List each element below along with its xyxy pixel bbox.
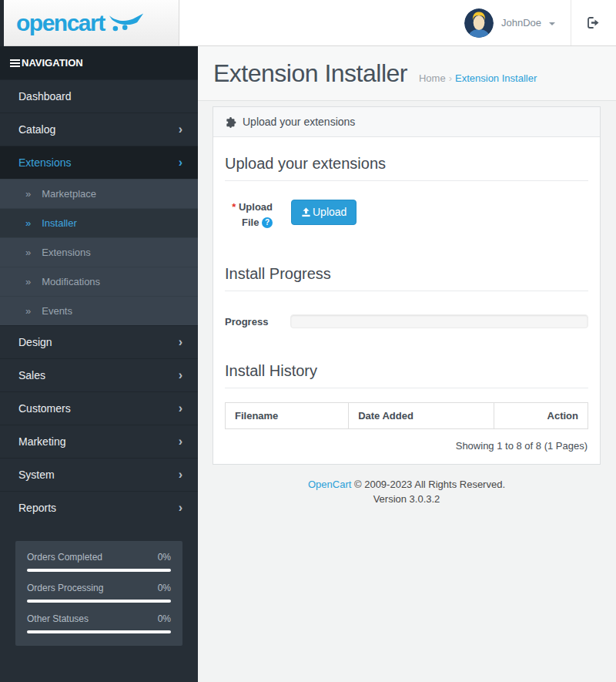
column-header-action: Action <box>494 403 588 429</box>
upload-arrow-icon <box>301 207 311 217</box>
chevron-right-icon: › <box>179 435 182 448</box>
install-history-table: Filename Date Added Action <box>225 402 588 429</box>
stat-label: Orders Processing <box>27 583 103 593</box>
sidebar-subitem-label: Installer <box>42 217 77 229</box>
breadcrumb-separator: › <box>449 72 452 84</box>
sidebar-item-label: System <box>18 469 55 481</box>
sidebar-nav-title: NAVIGATION <box>22 57 83 69</box>
upload-file-row: * Upload File ? Upload <box>225 200 588 230</box>
sidebar-item-extensions[interactable]: Extensions› <box>0 146 198 179</box>
sidebar-subitem-label: Modifications <box>42 276 100 287</box>
panel-heading: Upload your extensions <box>213 107 600 137</box>
stat-value: 0% <box>158 552 171 563</box>
history-section-title: Install History <box>225 362 588 388</box>
double-chevron-icon: » <box>25 188 31 200</box>
footer: OpenCart © 2009-2023 All Rights Reserved… <box>213 465 601 507</box>
sidebar-item-label: Reports <box>18 502 56 514</box>
sidebar-nav-header: NAVIGATION <box>0 46 198 79</box>
breadcrumb-current-link[interactable]: Extension Installer <box>455 72 537 84</box>
upload-button[interactable]: Upload <box>291 200 357 225</box>
sidebar-subitem-extensions[interactable]: »Extensions <box>0 237 198 267</box>
top-header: opencart JohnDoe <box>4 0 616 46</box>
page-title: Extension Installer <box>213 60 407 87</box>
sidebar-item-catalog[interactable]: Catalog› <box>0 113 198 146</box>
page-header: Extension Installer Home›Extension Insta… <box>198 46 616 101</box>
sidebar-item-label: Design <box>18 336 52 348</box>
chevron-right-icon: › <box>179 156 182 169</box>
sidebar-subitem-label: Events <box>42 305 72 317</box>
pagination-status: Showing 1 to 8 of 8 (1 Pages) <box>225 429 588 456</box>
sidebar-menu: DashboardCatalog›Extensions›»Marketplace… <box>0 79 198 524</box>
double-chevron-icon: » <box>25 217 31 229</box>
sidebar-item-design[interactable]: Design› <box>0 325 198 358</box>
progress-label: Progress <box>225 316 290 328</box>
sidebar-item-reports[interactable]: Reports› <box>0 491 198 524</box>
sidebar-submenu: »Marketplace»Installer»Extensions»Modifi… <box>0 179 198 325</box>
sidebar-subitem-installer[interactable]: »Installer <box>0 208 198 237</box>
sidebar-item-label: Extensions <box>18 156 71 169</box>
column-header-date-added: Date Added <box>349 403 494 429</box>
sidebar-item-label: Sales <box>18 369 45 381</box>
panel-heading-label: Upload your extensions <box>243 116 355 128</box>
sidebar-item-label: Customers <box>18 402 71 415</box>
table-header-row: Filename Date Added Action <box>226 403 588 429</box>
stat-row: Other Statuses 0% <box>27 613 171 633</box>
sidebar-subitem-label: Extensions <box>42 247 91 258</box>
progress-section-title: Install Progress <box>225 265 588 291</box>
chevron-right-icon: › <box>179 123 182 136</box>
sidebar-item-sales[interactable]: Sales› <box>0 358 198 391</box>
chevron-right-icon: › <box>179 336 182 348</box>
hamburger-icon <box>10 59 20 67</box>
upload-section-title: Upload your extensions <box>225 155 588 181</box>
stat-label: Other Statuses <box>27 613 89 624</box>
opencart-logo[interactable]: opencart <box>4 0 179 45</box>
stat-progress-bar <box>27 600 171 603</box>
logout-button[interactable] <box>571 0 616 45</box>
sidebar-item-customers[interactable]: Customers› <box>0 391 198 425</box>
order-stats-panel: Orders Completed 0% Orders Processing 0%… <box>15 541 182 646</box>
opencart-logo-text: opencart <box>16 12 105 35</box>
chevron-right-icon: › <box>179 402 182 415</box>
progress-row: Progress <box>225 314 588 328</box>
stat-row: Orders Processing 0% <box>27 583 171 603</box>
sidebar-item-dashboard[interactable]: Dashboard <box>0 79 198 113</box>
double-chevron-icon: » <box>25 247 31 258</box>
sidebar: NAVIGATION DashboardCatalog›Extensions›»… <box>0 46 198 682</box>
main-content: Extension Installer Home›Extension Insta… <box>198 46 616 682</box>
chevron-right-icon: › <box>179 369 182 381</box>
sidebar-item-system[interactable]: System› <box>0 458 198 491</box>
sidebar-subitem-events[interactable]: »Events <box>0 296 198 325</box>
stat-value: 0% <box>158 583 171 593</box>
column-header-filename: Filename <box>226 403 349 429</box>
sidebar-subitem-modifications[interactable]: »Modifications <box>0 267 198 296</box>
breadcrumb: Home›Extension Installer <box>419 72 537 84</box>
chevron-right-icon: › <box>179 469 182 481</box>
avatar <box>464 8 494 38</box>
upload-button-label: Upload <box>313 206 346 219</box>
sidebar-item-marketing[interactable]: Marketing› <box>0 425 198 458</box>
version-text: Version 3.0.3.2 <box>213 492 601 507</box>
stat-row: Orders Completed 0% <box>27 552 171 572</box>
sidebar-subitem-label: Marketplace <box>42 188 96 200</box>
sidebar-item-label: Marketing <box>18 435 65 448</box>
sidebar-subitem-marketplace[interactable]: »Marketplace <box>0 179 198 208</box>
stat-progress-bar <box>27 630 171 633</box>
stat-progress-bar <box>27 569 171 572</box>
copyright-text: © 2009-2023 All Rights Reserved. <box>354 479 505 490</box>
user-menu[interactable]: JohnDoe <box>449 0 571 45</box>
chevron-right-icon: › <box>179 502 182 514</box>
user-name: JohnDoe <box>501 17 541 29</box>
required-asterisk: * <box>232 201 236 213</box>
double-chevron-icon: » <box>25 276 31 287</box>
install-progress-bar <box>290 314 588 328</box>
double-chevron-icon: » <box>25 305 31 317</box>
sidebar-item-label: Catalog <box>18 123 55 136</box>
puzzle-piece-icon <box>225 116 236 128</box>
sign-out-icon <box>587 16 601 29</box>
caret-down-icon <box>549 22 555 25</box>
upload-file-label: * Upload File ? <box>225 200 273 230</box>
breadcrumb-home-link[interactable]: Home <box>419 72 446 84</box>
opencart-footer-link[interactable]: OpenCart <box>308 479 351 490</box>
help-icon[interactable]: ? <box>262 217 273 228</box>
sidebar-item-label: Dashboard <box>18 90 72 102</box>
